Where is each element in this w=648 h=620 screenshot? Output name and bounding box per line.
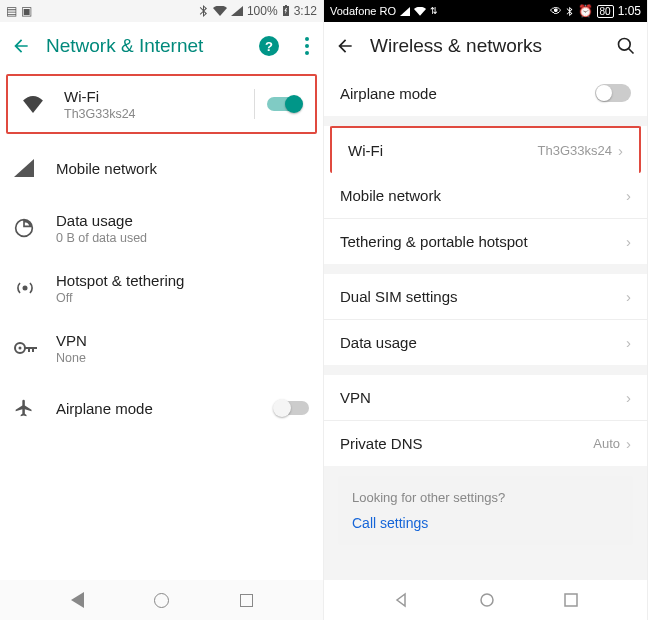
svg-point-6	[481, 594, 493, 606]
image-icon: ▣	[21, 4, 32, 18]
data-usage-row[interactable]: Data usage ›	[324, 320, 647, 365]
appbar: Wireless & networks	[324, 22, 647, 70]
dual-sim-row[interactable]: Dual SIM settings ›	[324, 274, 647, 320]
bluetooth-icon	[199, 5, 209, 17]
footer-question: Looking for other settings?	[352, 490, 619, 505]
time-text: 1:05	[618, 4, 641, 18]
phone-left: ▤ ▣ 100% 3:12 Network & Internet ?	[0, 0, 324, 620]
svg-point-5	[619, 39, 631, 51]
hotspot-row[interactable]: Hotspot & tethering Off	[0, 258, 323, 318]
help-icon[interactable]: ?	[259, 36, 279, 56]
svg-point-2	[23, 286, 28, 291]
wifi-row[interactable]: Wi-Fi Th3G33ks24	[6, 74, 317, 134]
statusbar: ▤ ▣ 100% 3:12	[0, 0, 323, 22]
notif-icon: ▤	[6, 4, 17, 18]
dns-label: Private DNS	[340, 435, 593, 452]
chevron-right-icon: ›	[618, 142, 623, 159]
bluetooth-icon	[566, 6, 574, 17]
battery-text: 80	[597, 5, 614, 18]
settings-list: Wi-Fi Th3G33ks24 Mobile network Data usa…	[0, 70, 323, 580]
nav-back-icon[interactable]	[71, 592, 84, 608]
data-usage-row[interactable]: Data usage 0 B of data used	[0, 198, 323, 258]
hotspot-label: Hotspot & tethering	[56, 272, 309, 289]
volte-icon: ⇅	[430, 6, 438, 16]
wifi-icon	[414, 7, 426, 16]
svg-rect-1	[285, 5, 287, 7]
tethering-row[interactable]: Tethering & portable hotspot ›	[324, 219, 647, 264]
battery-text: 100%	[247, 4, 278, 18]
settings-list: Airplane mode Wi-Fi Th3G33ks24 › Mobile …	[324, 70, 647, 580]
alarm-icon: ⏰	[578, 4, 593, 18]
signal-icon	[14, 159, 56, 177]
wifi-row[interactable]: Wi-Fi Th3G33ks24 ›	[330, 126, 641, 173]
private-dns-row[interactable]: Private DNS Auto ›	[324, 421, 647, 466]
nav-bar	[324, 580, 647, 620]
vpn-label: VPN	[56, 332, 309, 349]
vpn-sub: None	[56, 351, 309, 365]
airplane-row[interactable]: Airplane mode	[0, 378, 323, 438]
phone-right: Vodafone RO ⇅ 👁 ⏰ 80 1:05 Wireless & net…	[324, 0, 648, 620]
airplane-row[interactable]: Airplane mode	[324, 70, 647, 116]
chevron-right-icon: ›	[626, 288, 631, 305]
datausage-sub: 0 B of data used	[56, 231, 309, 245]
wifi-toggle[interactable]	[267, 97, 301, 111]
time-text: 3:12	[294, 4, 317, 18]
chevron-right-icon: ›	[626, 233, 631, 250]
wifi-label: Wi-Fi	[348, 142, 538, 159]
airplane-label: Airplane mode	[340, 85, 595, 102]
vpn-row[interactable]: VPN ›	[324, 375, 647, 421]
spacer	[324, 365, 647, 375]
svg-point-4	[19, 347, 22, 350]
chevron-right-icon: ›	[626, 334, 631, 351]
wifi-icon	[22, 95, 64, 113]
chevron-right-icon: ›	[626, 435, 631, 452]
overflow-menu-icon[interactable]	[305, 37, 309, 55]
call-settings-link[interactable]: Call settings	[352, 515, 619, 531]
svg-rect-7	[565, 594, 577, 606]
footer-card: Looking for other settings? Call setting…	[338, 476, 633, 545]
airplane-label: Airplane mode	[56, 400, 275, 417]
datausage-label: Data usage	[340, 334, 626, 351]
spacer	[324, 116, 647, 126]
hotspot-icon	[14, 278, 56, 298]
divider	[254, 89, 255, 119]
wifi-label: Wi-Fi	[64, 88, 254, 105]
back-arrow-icon[interactable]	[10, 35, 32, 57]
airplane-toggle[interactable]	[595, 84, 631, 102]
mobile-network-row[interactable]: Mobile network	[0, 138, 323, 198]
vpn-row[interactable]: VPN None	[0, 318, 323, 378]
search-icon[interactable]	[615, 35, 637, 57]
wifi-value: Th3G33ks24	[538, 143, 612, 158]
wifi-icon	[213, 6, 227, 16]
carrier-text: Vodafone RO	[330, 5, 396, 17]
airplane-toggle[interactable]	[275, 401, 309, 415]
tether-label: Tethering & portable hotspot	[340, 233, 626, 250]
wifi-ssid: Th3G33ks24	[64, 107, 254, 121]
eye-icon: 👁	[550, 4, 562, 18]
data-usage-icon	[14, 218, 56, 238]
nav-recent-icon[interactable]	[564, 593, 578, 607]
page-title: Network & Internet	[46, 35, 245, 57]
nav-home-icon[interactable]	[479, 592, 495, 608]
mobile-label: Mobile network	[340, 187, 626, 204]
signal-icon	[231, 6, 243, 16]
nav-home-icon[interactable]	[154, 593, 169, 608]
mobile-network-row[interactable]: Mobile network ›	[324, 173, 647, 219]
chevron-right-icon: ›	[626, 389, 631, 406]
hotspot-sub: Off	[56, 291, 309, 305]
airplane-icon	[14, 398, 56, 418]
nav-bar	[0, 580, 323, 620]
vpn-label: VPN	[340, 389, 626, 406]
dualsim-label: Dual SIM settings	[340, 288, 626, 305]
datausage-label: Data usage	[56, 212, 309, 229]
nav-recent-icon[interactable]	[240, 594, 253, 607]
appbar: Network & Internet ?	[0, 22, 323, 70]
mobile-label: Mobile network	[56, 160, 309, 177]
nav-back-icon[interactable]	[393, 592, 409, 608]
key-icon	[14, 341, 56, 355]
signal-icon	[400, 7, 410, 16]
page-title: Wireless & networks	[370, 35, 601, 57]
spacer	[324, 264, 647, 274]
back-arrow-icon[interactable]	[334, 35, 356, 57]
chevron-right-icon: ›	[626, 187, 631, 204]
